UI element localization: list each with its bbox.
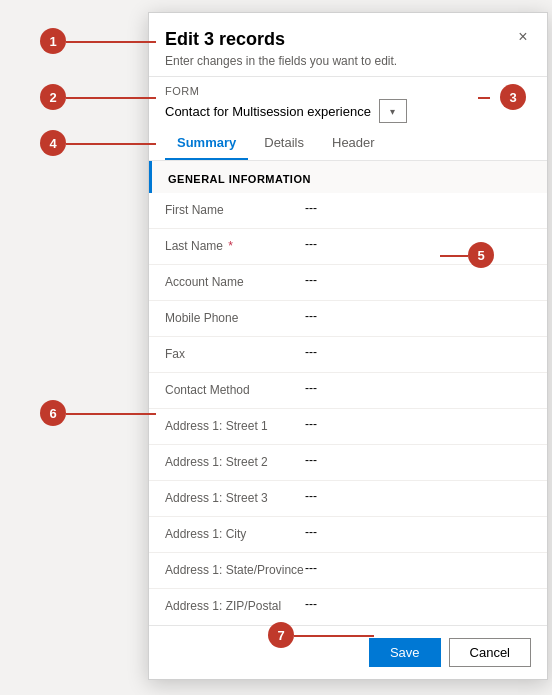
field-row-firstname: First Name --- (149, 193, 547, 229)
form-dropdown-button[interactable]: ▾ (379, 99, 407, 123)
section-header: GENERAL INFORMATION (149, 161, 547, 193)
arrow-2 (66, 97, 156, 99)
tab-details[interactable]: Details (252, 127, 316, 160)
form-label: Form (165, 85, 531, 97)
field-value-fax: --- (305, 345, 531, 359)
annotation-3: 3 (500, 84, 526, 110)
field-value-street1: --- (305, 417, 531, 431)
annotation-5: 5 (468, 242, 494, 268)
field-label-city: Address 1: City (165, 525, 305, 543)
tab-summary[interactable]: Summary (165, 127, 248, 160)
arrow-7 (294, 635, 374, 637)
field-value-lastname: --- (305, 237, 531, 251)
field-row-street2: Address 1: Street 2 --- (149, 445, 547, 481)
field-value-mobilephone: --- (305, 309, 531, 323)
field-row-contactmethod: Contact Method --- (149, 373, 547, 409)
field-label-street3: Address 1: Street 3 (165, 489, 305, 507)
field-value-street2: --- (305, 453, 531, 467)
field-value-city: --- (305, 525, 531, 539)
close-button[interactable]: × (511, 25, 535, 49)
arrow-3 (478, 97, 490, 99)
page-wrapper: 1 2 3 4 5 6 7 Edit 3 records Enter chang… (0, 0, 552, 695)
form-section: Form Contact for Multisession experience… (149, 77, 547, 127)
annotation-2: 2 (40, 84, 66, 110)
field-row-zippostal: Address 1: ZIP/Postal --- (149, 589, 547, 625)
field-value-stateprovince: --- (305, 561, 531, 575)
field-row-street1: Address 1: Street 1 --- (149, 409, 547, 445)
field-label-lastname: Last Name * (165, 237, 305, 255)
tab-header[interactable]: Header (320, 127, 387, 160)
field-row-street3: Address 1: Street 3 --- (149, 481, 547, 517)
form-value: Contact for Multisession experience (165, 104, 371, 119)
content-area[interactable]: GENERAL INFORMATION First Name --- Last … (149, 161, 547, 625)
dialog-subtitle: Enter changes in the fields you want to … (165, 54, 531, 68)
field-label-accountname: Account Name (165, 273, 305, 291)
field-label-mobilephone: Mobile Phone (165, 309, 305, 327)
arrow-4 (66, 143, 156, 145)
field-row-stateprovince: Address 1: State/Province --- (149, 553, 547, 589)
arrow-6 (66, 413, 156, 415)
arrow-5 (440, 255, 468, 257)
dialog: Edit 3 records Enter changes in the fiel… (148, 12, 548, 680)
annotation-6: 6 (40, 400, 66, 426)
field-row-accountname: Account Name --- (149, 265, 547, 301)
dialog-header: Edit 3 records Enter changes in the fiel… (149, 13, 547, 77)
field-value-zippostal: --- (305, 597, 531, 611)
field-value-firstname: --- (305, 201, 531, 215)
field-label-street2: Address 1: Street 2 (165, 453, 305, 471)
field-value-accountname: --- (305, 273, 531, 287)
dialog-title: Edit 3 records (165, 29, 531, 50)
required-indicator: * (225, 239, 233, 253)
tabs-bar: Summary Details Header (149, 127, 547, 161)
save-button[interactable]: Save (369, 638, 441, 667)
annotation-1: 1 (40, 28, 66, 54)
field-value-contactmethod: --- (305, 381, 531, 395)
field-label-stateprovince: Address 1: State/Province (165, 561, 305, 579)
annotation-4: 4 (40, 130, 66, 156)
arrow-1 (66, 41, 156, 43)
dialog-footer: Save Cancel (149, 625, 547, 679)
annotation-7: 7 (268, 622, 294, 648)
field-label-contactmethod: Contact Method (165, 381, 305, 399)
field-row-mobilephone: Mobile Phone --- (149, 301, 547, 337)
cancel-button[interactable]: Cancel (449, 638, 531, 667)
field-label-street1: Address 1: Street 1 (165, 417, 305, 435)
field-label-fax: Fax (165, 345, 305, 363)
field-row-city: Address 1: City --- (149, 517, 547, 553)
field-value-street3: --- (305, 489, 531, 503)
form-value-row: Contact for Multisession experience ▾ (165, 99, 531, 123)
field-row-fax: Fax --- (149, 337, 547, 373)
field-label-firstname: First Name (165, 201, 305, 219)
field-label-zippostal: Address 1: ZIP/Postal (165, 597, 305, 615)
